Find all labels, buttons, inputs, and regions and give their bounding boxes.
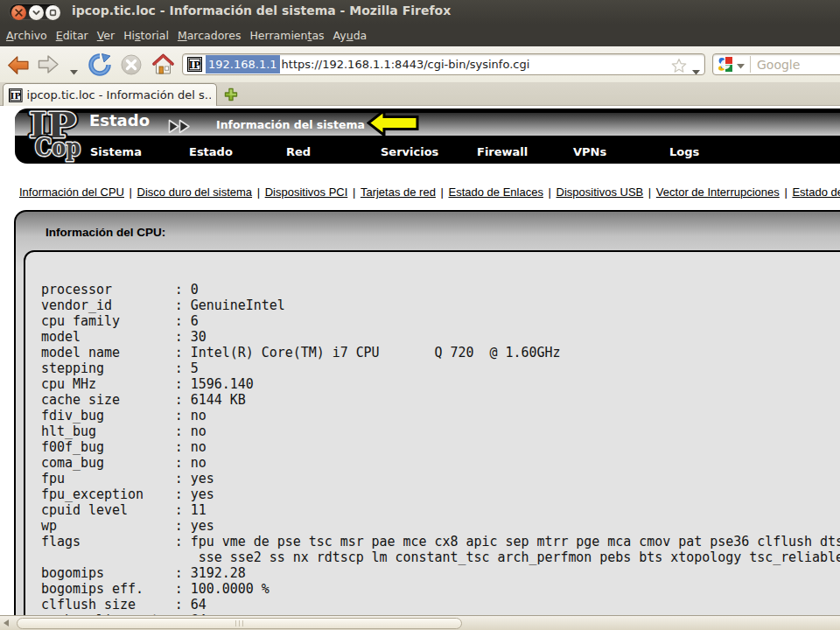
link-separator: | bbox=[436, 186, 449, 199]
tab-bar: IP ipcop.tic.loc - Información del s… bbox=[0, 82, 840, 106]
menubar-item-marcadores[interactable]: Marcadores bbox=[173, 29, 246, 42]
tab-title: ipcop.tic.loc - Información del s… bbox=[27, 88, 211, 102]
page-link-estado-de-enlaces[interactable]: Estado de Enlaces bbox=[449, 186, 543, 199]
scrollbar-thumb[interactable] bbox=[17, 618, 462, 629]
nav-item-servicios[interactable]: Servicios bbox=[381, 145, 438, 158]
svg-text:IP: IP bbox=[189, 60, 200, 71]
back-button[interactable] bbox=[7, 54, 30, 80]
scrollbar-grip bbox=[235, 620, 245, 626]
cpu-info-inner-box: processor : 0 vendor_id : GenuineIntel c… bbox=[24, 250, 840, 615]
page-link-dispositivos-usb[interactable]: Dispositivos USB bbox=[556, 186, 644, 199]
link-separator: | bbox=[124, 186, 137, 199]
new-tab-button[interactable] bbox=[223, 87, 239, 106]
url-text: https://192.168.1.1:8443/cgi-bin/sysinfo… bbox=[280, 58, 530, 71]
link-separator: | bbox=[347, 186, 360, 199]
box-heading: Información del CPU: bbox=[46, 226, 165, 239]
forward-icon bbox=[38, 54, 60, 75]
close-button[interactable] bbox=[11, 5, 26, 20]
maximize-icon bbox=[49, 9, 57, 17]
menubar: ArchivoEditarVerHistorialMarcadoresHerra… bbox=[0, 24, 840, 46]
banner-section-label: Estado bbox=[89, 111, 150, 130]
menubar-item-ayuda[interactable]: Ayuda bbox=[329, 29, 372, 42]
url-selected-text: 192.168.1.1 bbox=[206, 55, 280, 74]
menubar-item-herramientas[interactable]: Herramientas bbox=[245, 29, 328, 42]
page-link-dispositivos-pci[interactable]: Dispositivos PCI bbox=[265, 186, 348, 199]
menubar-item-editar[interactable]: Editar bbox=[52, 29, 93, 42]
bookmark-star-icon[interactable] bbox=[671, 58, 687, 75]
menubar-item-ver[interactable]: Ver bbox=[93, 29, 119, 42]
nav-item-firewall[interactable]: Firewall bbox=[477, 145, 528, 158]
google-icon bbox=[718, 57, 732, 72]
page-link-disco-duro-del-sistema[interactable]: Disco duro del sistema bbox=[137, 186, 253, 199]
stop-icon bbox=[121, 54, 142, 75]
page-link-estado-de-la-memoria[interactable]: Estado de la Memoria bbox=[792, 186, 840, 199]
search-separator bbox=[750, 56, 751, 73]
nav-item-estado[interactable]: Estado bbox=[189, 145, 233, 158]
forward-button[interactable] bbox=[38, 54, 60, 79]
home-icon bbox=[152, 53, 174, 75]
back-icon bbox=[7, 54, 30, 77]
reload-icon bbox=[88, 53, 111, 76]
page-link-informacio-n-del-cpu[interactable]: Información del CPU bbox=[19, 186, 124, 199]
close-icon bbox=[15, 9, 23, 17]
page-link-tarjetas-de-red[interactable]: Tarjetas de red bbox=[360, 186, 436, 199]
navigation-toolbar: IP 192.168.1.1 https://192.168.1.1:8443/… bbox=[0, 46, 840, 82]
search-engine-dropdown[interactable] bbox=[736, 56, 746, 73]
reload-button[interactable] bbox=[88, 53, 111, 80]
minimize-icon bbox=[32, 9, 40, 17]
window-title: ipcop.tic.loc - Información del sistema … bbox=[72, 4, 451, 18]
nav-item-sistema[interactable]: Sistema bbox=[90, 145, 142, 158]
horizontal-scrollbar[interactable] bbox=[0, 615, 840, 630]
home-button[interactable] bbox=[152, 53, 174, 79]
nav-item-vpns[interactable]: VPNs bbox=[573, 145, 606, 158]
fast-forward-icon bbox=[168, 119, 192, 137]
menubar-item-historial[interactable]: Historial bbox=[119, 29, 173, 42]
cpu-info-box: Información del CPU: processor : 0 vendo… bbox=[14, 210, 840, 615]
search-input[interactable]: Google bbox=[752, 58, 800, 72]
link-separator: | bbox=[643, 186, 656, 199]
url-favicon-ipcop: IP bbox=[187, 57, 202, 72]
chevron-down-icon bbox=[69, 69, 79, 75]
section-links: Información del CPU | Disco duro del sis… bbox=[19, 186, 840, 199]
nav-item-logs[interactable]: Logs bbox=[669, 145, 699, 158]
page-link-vector-de-interrupciones[interactable]: Vector de Interrupciones bbox=[656, 186, 780, 199]
svg-text:IP: IP bbox=[10, 90, 22, 100]
tab-active[interactable]: IP ipcop.tic.loc - Información del s… bbox=[3, 83, 217, 106]
back-history-dropdown[interactable] bbox=[69, 62, 79, 79]
nav-item-red[interactable]: Red bbox=[286, 145, 311, 158]
new-tab-plus-icon bbox=[223, 87, 239, 102]
tab-favicon-ipcop: IP bbox=[9, 88, 23, 102]
menubar-item-archivo[interactable]: Archivo bbox=[2, 29, 52, 42]
link-separator: | bbox=[252, 186, 265, 199]
link-separator: | bbox=[780, 186, 793, 199]
ipcop-banner: IP IP IP Cop Cop Cop Estado Información … bbox=[15, 108, 840, 164]
link-separator: | bbox=[543, 186, 556, 199]
maximize-button[interactable] bbox=[46, 5, 60, 20]
window-titlebar: ipcop.tic.loc - Información del sistema … bbox=[0, 0, 840, 24]
window-controls bbox=[9, 4, 60, 20]
banner-page-label: Información del sistema bbox=[216, 118, 365, 131]
banner-nav: SistemaEstadoRedServiciosFirewallVPNsLog… bbox=[15, 136, 840, 164]
minimize-button[interactable] bbox=[29, 5, 44, 20]
cpu-info-text: processor : 0 vendor_id : GenuineIntel c… bbox=[41, 282, 840, 615]
scroll-left-arrow-icon[interactable] bbox=[4, 620, 9, 626]
url-bar[interactable]: IP 192.168.1.1 https://192.168.1.1:8443/… bbox=[182, 53, 705, 75]
url-dropdown-icon[interactable] bbox=[691, 62, 701, 75]
stop-button[interactable] bbox=[121, 54, 142, 79]
search-box[interactable]: Google bbox=[712, 53, 840, 75]
browser-viewport: IP IP IP Cop Cop Cop Estado Información … bbox=[0, 106, 840, 615]
